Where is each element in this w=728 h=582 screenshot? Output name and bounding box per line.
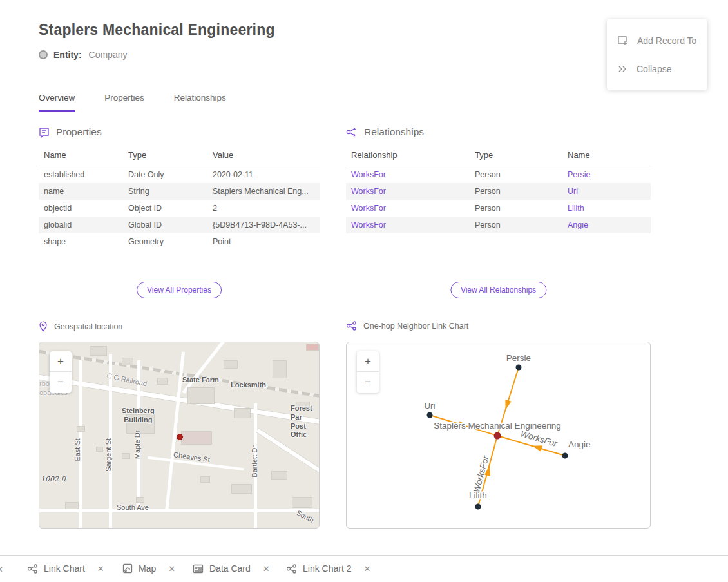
col-header: Value <box>207 146 320 166</box>
map-zoom-control: + − <box>50 351 72 393</box>
workspace-tab-map[interactable]: Map ✕ <box>122 563 175 574</box>
tab-label: Link Chart 2 <box>303 563 351 574</box>
link-chart-canvas: WorksFor WorksFor Persie Uri Angie Lilit… <box>347 342 650 528</box>
node-center[interactable] <box>494 432 501 440</box>
page-title: Staplers Mechanical Engineering <box>39 21 275 39</box>
geospatial-map[interactable]: C G Railroad State Farm Locksmith Steinb… <box>39 342 320 529</box>
col-header: Type <box>123 146 207 166</box>
zoom-in-button[interactable]: + <box>357 351 379 372</box>
node-label-angie: Angie <box>568 440 591 449</box>
building <box>65 502 79 509</box>
road <box>39 509 320 512</box>
table-row: shape Geometry Point <box>39 233 320 250</box>
node-label-persie: Persie <box>506 353 531 363</box>
building <box>157 378 168 385</box>
properties-section: Properties Name Type Value established D… <box>39 126 320 307</box>
entity-link[interactable]: Persie <box>562 166 651 184</box>
building <box>96 447 103 452</box>
one-hop-link-chart[interactable]: + − WorksFor WorksFor Persie Uri <box>346 342 651 529</box>
section-title: Properties <box>56 126 102 138</box>
chart-zoom-control: + − <box>357 351 379 393</box>
view-all-properties-button[interactable]: View All Properties <box>137 282 222 298</box>
table-row: WorksFor Person Uri <box>346 183 651 200</box>
workspace-tab-link-chart-2[interactable]: Link Chart 2 ✕ <box>286 563 370 574</box>
table-row: WorksFor Person Lilith <box>346 200 651 217</box>
table-row: name String Staplers Mechanical Eng... <box>39 183 320 200</box>
tab-bar: Overview Properties Relationships <box>39 93 226 112</box>
menu-item-collapse[interactable]: Collapse <box>607 55 707 83</box>
map-label-south-ave: South Ave <box>117 503 149 512</box>
relationship-link[interactable]: WorksFor <box>346 166 470 184</box>
relationships-icon <box>346 127 358 137</box>
view-all-relationships-button[interactable]: View All Relationships <box>450 282 546 298</box>
map-label-maple-dr: Maple Dr <box>133 431 142 460</box>
building <box>122 453 130 459</box>
data-card-icon <box>193 564 204 574</box>
map-icon <box>122 563 133 574</box>
building <box>187 387 215 404</box>
close-icon[interactable]: ✕ <box>168 564 175 574</box>
geospatial-section-header: Geospatial location <box>39 321 122 332</box>
col-header: Name <box>39 146 123 166</box>
tab-properties[interactable]: Properties <box>104 93 144 112</box>
node-lilith[interactable] <box>475 504 481 510</box>
tab-relationships[interactable]: Relationships <box>174 93 226 112</box>
map-scale-label: 1002 ft <box>41 475 66 484</box>
building <box>200 476 210 483</box>
workspace-tab-bar: ✕ Link Chart ✕ Map ✕ Data Card ✕ <box>0 555 728 582</box>
context-menu: Add Record To Collapse <box>607 19 707 90</box>
relationship-link[interactable]: WorksFor <box>346 183 470 200</box>
entity-value: Company <box>89 50 128 60</box>
entity-link[interactable]: Angie <box>562 217 651 233</box>
workspace-tab-link-chart[interactable]: Link Chart ✕ <box>27 563 104 574</box>
map-label-forest-park: Forest Par Post Offic <box>291 404 319 440</box>
building <box>224 360 238 369</box>
relationships-table: Relationship Type Name WorksFor Person P… <box>346 146 651 233</box>
section-title: One-hop Neighbor Link Chart <box>363 322 468 331</box>
zoom-out-button[interactable]: − <box>50 372 72 393</box>
tab-overview[interactable]: Overview <box>39 93 75 112</box>
tab-label: Map <box>139 563 156 574</box>
add-record-icon <box>617 35 628 46</box>
clipped-tab-close-icon[interactable]: ✕ <box>0 565 3 574</box>
building <box>231 484 252 494</box>
relationship-link[interactable]: WorksFor <box>346 200 470 217</box>
properties-table: Name Type Value established Date Only 20… <box>39 146 320 250</box>
building <box>271 471 287 480</box>
table-row: WorksFor Person Persie <box>346 166 651 184</box>
entity-location-marker[interactable] <box>177 434 183 440</box>
close-icon[interactable]: ✕ <box>363 564 370 574</box>
table-row: WorksFor Person Angie <box>346 217 651 233</box>
relationship-link[interactable]: WorksFor <box>346 217 470 233</box>
menu-item-label: Add Record To <box>637 35 696 46</box>
collapse-icon <box>617 64 627 73</box>
building <box>273 360 287 378</box>
zoom-in-button[interactable]: + <box>50 351 72 372</box>
col-header: Type <box>470 146 562 166</box>
table-row: objectid Object ID 2 <box>39 200 320 217</box>
link-chart-section-header: One-hop Neighbor Link Chart <box>346 321 468 331</box>
data-card-page: Staplers Mechanical Engineering Entity: … <box>0 0 728 582</box>
building <box>306 344 319 351</box>
tab-label: Link Chart <box>44 563 85 574</box>
link-chart-icon <box>286 564 297 574</box>
entity-link[interactable]: Uri <box>562 183 651 200</box>
section-title: Relationships <box>364 126 424 138</box>
map-label-state-farm: State Farm <box>182 376 219 385</box>
node-persie[interactable] <box>516 365 522 371</box>
close-icon[interactable]: ✕ <box>97 564 104 574</box>
workspace-tab-data-card[interactable]: Data Card ✕ <box>193 563 270 574</box>
arrowhead <box>503 400 512 411</box>
entity-link[interactable]: Lilith <box>562 200 651 217</box>
relationships-section: Relationships Relationship Type Name Wor… <box>346 126 651 307</box>
zoom-out-button[interactable]: − <box>357 372 379 393</box>
map-pin-icon <box>39 321 48 332</box>
node-angie[interactable] <box>562 453 568 459</box>
entity-badge: Entity: Company <box>39 50 127 60</box>
menu-item-add-record-to[interactable]: Add Record To <box>607 26 707 55</box>
close-icon[interactable]: ✕ <box>263 564 270 574</box>
tab-label: Data Card <box>209 563 251 574</box>
node-uri[interactable] <box>427 412 433 418</box>
table-row: established Date Only 2020-02-11 <box>39 166 320 184</box>
building <box>292 497 312 508</box>
